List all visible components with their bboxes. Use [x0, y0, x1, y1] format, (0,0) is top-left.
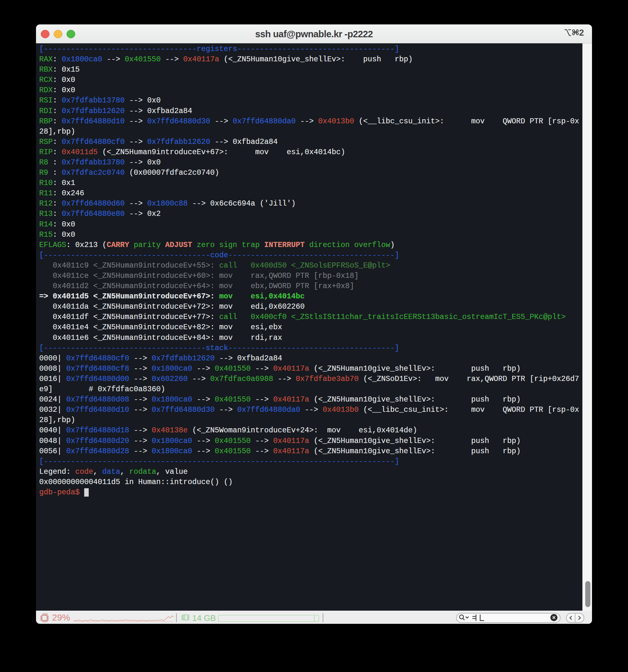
svg-text:2: 2	[579, 29, 584, 37]
